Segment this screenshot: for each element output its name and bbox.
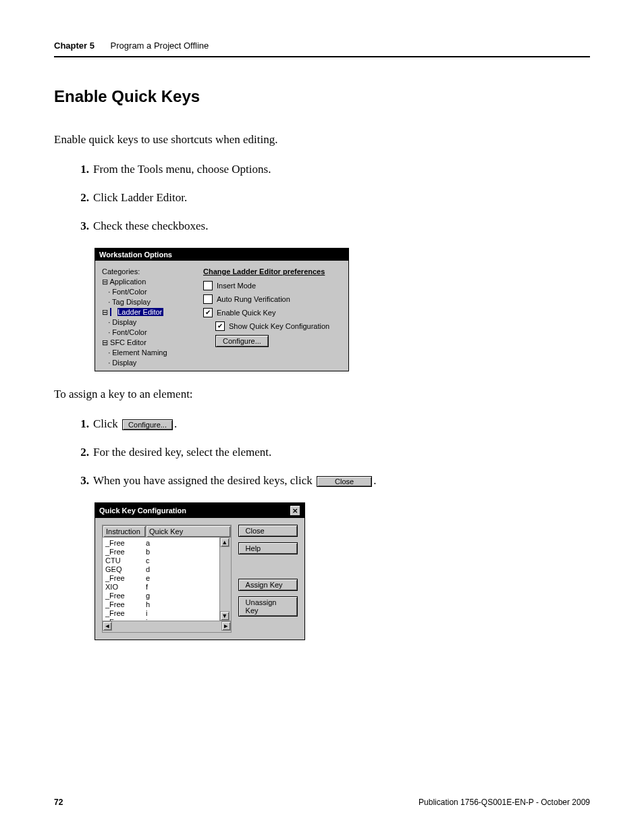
cell-instruction: _Free xyxy=(105,600,146,609)
step-number: 2. xyxy=(70,446,89,459)
assign-intro: To assign a key to an element: xyxy=(54,388,590,401)
column-header-instruction[interactable]: Instruction xyxy=(103,525,146,538)
categories-tree[interactable]: Application Font/Color Tag Display ⊟ Lad… xyxy=(102,277,196,368)
cell-quick-key: b xyxy=(146,548,150,556)
step-2: 2. Click Ladder Editor. xyxy=(70,191,590,205)
cell-quick-key: j xyxy=(146,618,147,621)
tree-node-ladder-editor[interactable]: ⊟ Ladder Editor xyxy=(102,307,196,317)
qk-close-button[interactable]: Close xyxy=(238,525,298,537)
cell-instruction: _Free xyxy=(105,539,146,548)
cell-quick-key: h xyxy=(146,600,150,609)
workstation-options-dialog: Workstation Options Categories: Applicat… xyxy=(95,248,349,371)
chapter-label: Chapter 5 xyxy=(54,41,95,51)
table-row[interactable]: _Freea xyxy=(105,539,217,548)
tree-node-font-color-2[interactable]: Font/Color xyxy=(102,328,196,338)
cell-quick-key: c xyxy=(146,556,150,565)
cell-quick-key: d xyxy=(146,565,150,574)
cell-instruction: CTU xyxy=(105,556,146,565)
step2-2: 2. For the desired key, select the eleme… xyxy=(70,446,590,459)
checkbox-icon[interactable] xyxy=(203,281,213,290)
cell-quick-key: e xyxy=(146,574,150,583)
checkbox-enable-quick-key[interactable]: Enable Quick Key xyxy=(203,308,342,317)
step-text: Click Configure.... xyxy=(93,417,590,431)
step-1: 1. From the Tools menu, choose Options. xyxy=(70,163,590,176)
scroll-left-icon[interactable]: ◄ xyxy=(103,621,112,631)
horizontal-scrollbar[interactable]: ◄ ► xyxy=(103,621,231,632)
close-icon[interactable]: ✕ xyxy=(290,505,300,516)
quick-key-list[interactable]: Instruction Quick Key _Freea_FreebCTUcGE… xyxy=(102,525,232,633)
tree-node-tag-display[interactable]: Tag Display xyxy=(102,297,196,307)
cell-quick-key: i xyxy=(146,609,147,618)
checkbox-insert-mode[interactable]: Insert Mode xyxy=(203,281,342,290)
table-row[interactable]: _Freej xyxy=(105,618,217,621)
step-number: 1. xyxy=(70,163,89,176)
table-row[interactable]: _Freee xyxy=(105,574,217,583)
prefs-title: Change Ladder Editor preferences xyxy=(203,267,342,276)
tree-node-application[interactable]: Application xyxy=(102,277,196,287)
cell-instruction: _Free xyxy=(105,574,146,583)
tree-node-display[interactable]: Display xyxy=(102,317,196,328)
steps-list-2: 1. Click Configure.... 2. For the desire… xyxy=(70,417,590,488)
categories-label: Categories: xyxy=(102,267,196,276)
table-row[interactable]: _Freeg xyxy=(105,592,217,600)
qk-help-button[interactable]: Help xyxy=(238,542,298,554)
section-title: Enable Quick Keys xyxy=(54,87,590,106)
qk-unassign-key-button[interactable]: Unassign Key xyxy=(238,596,298,617)
vertical-scrollbar[interactable]: ▲ ▼ xyxy=(219,538,231,621)
page-number: 72 xyxy=(54,798,63,807)
step-number: 1. xyxy=(70,417,89,431)
page-header: Chapter 5 Program a Project Offline xyxy=(54,41,590,51)
configure-button[interactable]: Configure... xyxy=(215,335,269,347)
step-number: 3. xyxy=(70,219,89,233)
table-row[interactable]: GEQd xyxy=(105,565,217,574)
scroll-up-icon[interactable]: ▲ xyxy=(220,538,230,547)
tree-node-sfc-editor[interactable]: SFC Editor xyxy=(102,338,196,348)
cell-quick-key: a xyxy=(146,539,150,548)
qk-rows-container: _Freea_FreebCTUcGEQd_FreeeXIOf_Freeg_Fre… xyxy=(103,538,219,621)
tree-node-font-color[interactable]: Font/Color xyxy=(102,287,196,297)
table-row[interactable]: _Freeh xyxy=(105,600,217,609)
cell-quick-key: f xyxy=(146,583,148,592)
step-text: From the Tools menu, choose Options. xyxy=(93,163,590,176)
column-header-quick-key[interactable]: Quick Key xyxy=(146,525,231,538)
scroll-down-icon[interactable]: ▼ xyxy=(220,611,230,621)
checkbox-show-quick-key-config[interactable]: Show Quick Key Configuration xyxy=(215,321,342,331)
qk-assign-key-button[interactable]: Assign Key xyxy=(238,579,298,591)
steps-list-1: 1. From the Tools menu, choose Options. … xyxy=(70,163,590,233)
close-button-inline[interactable]: Close xyxy=(317,476,372,487)
cell-quick-key: g xyxy=(146,592,150,600)
header-rule xyxy=(54,56,590,57)
tree-node-element-naming[interactable]: Element Naming xyxy=(102,348,196,358)
cell-instruction: GEQ xyxy=(105,565,146,574)
cell-instruction: _Free xyxy=(105,548,146,556)
step-text: When you have assigned the desired keys,… xyxy=(93,474,590,488)
publication-info: Publication 1756-QS001E-EN-P - October 2… xyxy=(419,798,590,807)
table-row[interactable]: _Freeb xyxy=(105,548,217,556)
dialog-titlebar: Workstation Options xyxy=(95,249,348,261)
step-text: Check these checkboxes. xyxy=(93,219,590,233)
checkbox-icon[interactable] xyxy=(203,308,213,317)
cell-instruction: XIO xyxy=(105,583,146,592)
checkbox-auto-rung[interactable]: Auto Rung Verification xyxy=(203,294,342,304)
page-footer: 72 Publication 1756-QS001E-EN-P - Octobe… xyxy=(54,798,590,807)
intro-paragraph: Enable quick keys to use shortcuts when … xyxy=(54,133,590,147)
step2-3: 3. When you have assigned the desired ke… xyxy=(70,474,590,488)
checkbox-icon[interactable] xyxy=(203,294,213,304)
cell-instruction: _Free xyxy=(105,592,146,600)
quick-key-config-dialog: Quick Key Configuration ✕ Instruction Qu… xyxy=(95,502,305,640)
step-3: 3. Check these checkboxes. xyxy=(70,219,590,233)
checkbox-label: Enable Quick Key xyxy=(217,309,275,317)
step-number: 3. xyxy=(70,474,89,488)
step-text: Click Ladder Editor. xyxy=(93,191,590,205)
tree-node-display-2[interactable]: Display xyxy=(102,358,196,368)
checkbox-label: Insert Mode xyxy=(217,282,256,290)
table-row[interactable]: XIOf xyxy=(105,583,217,592)
chapter-title: Program a Project Offline xyxy=(111,41,209,51)
qk-dialog-title: Quick Key Configuration xyxy=(99,506,186,515)
configure-button-inline[interactable]: Configure... xyxy=(122,419,173,430)
checkbox-icon[interactable] xyxy=(215,321,225,331)
cell-instruction: _Free xyxy=(105,609,146,618)
scroll-right-icon[interactable]: ► xyxy=(221,621,231,631)
table-row[interactable]: CTUc xyxy=(105,556,217,565)
table-row[interactable]: _Freei xyxy=(105,609,217,618)
